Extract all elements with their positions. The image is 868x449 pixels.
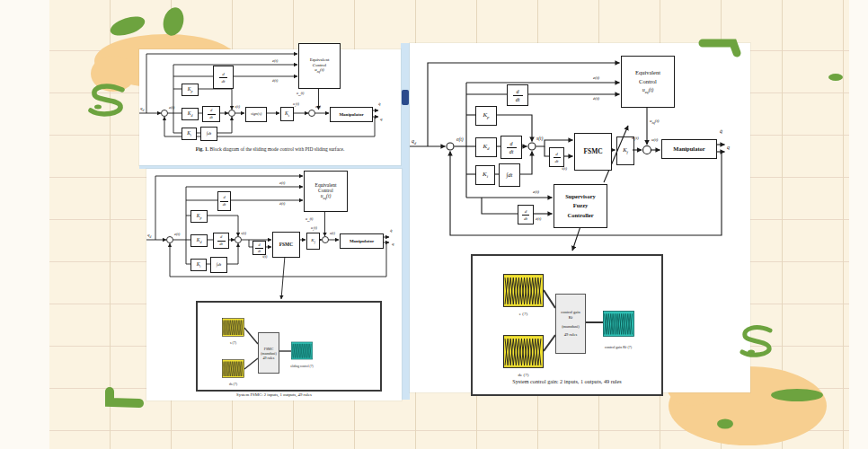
ki-gain-block: Ki [190,259,207,271]
signal-label-q: q [392,242,394,246]
kp-gain-block: Kp [182,84,199,96]
fsmc-block: FSMC [272,232,300,258]
derivative-block: ddt [213,233,229,249]
derivative-block: ddt [252,241,266,255]
fuzzy-rules-block: control gain Kf (mamdani) 49 rules [555,294,586,354]
signal-label-qd: qd [147,233,151,240]
fuzzy-output-label: control gain Kf (7) [584,345,652,349]
signal-label-qdot: q̇ [378,101,381,106]
integrator-block: ∫dt [210,257,227,273]
figure1-caption-tag: Fig. 1. [196,146,209,152]
signal-label-e: e(t) [174,233,180,237]
derivative-block: ddt [500,136,522,159]
green-dot-doodle [828,74,843,81]
green-dot-doodle [94,105,102,110]
signal-label-e: e(t) [169,106,174,110]
signal-label-us: us(t) [293,102,299,109]
signal-label-sdot: ṡ(t) [262,255,267,259]
left-margin-band [0,0,49,449]
signal-label-e: e(t) [456,137,464,143]
fsmc-block: FSMC [574,133,612,171]
manipulator-block: Manipulator [330,107,373,122]
membership-plot-output [603,304,634,343]
fuzzy-input2-label: ds (7) [213,382,253,386]
leaf-icon [160,5,186,38]
kf-gain-block: Kf [306,233,320,250]
right-margin-band [849,0,868,449]
membership-plot-ds [222,357,244,380]
figure1-caption: Fig. 1. Block diagram of the sliding mod… [139,146,401,152]
ki-gain-block: Ki [475,165,495,185]
integrator-block: ∫dt [499,163,520,187]
signal-label-qdot: q̇ [720,128,722,134]
supervisory-fsmc-page: Equivalent Control ueq(t) ddt Kp Kd ddt … [410,43,750,392]
equivalent-control-ueq: ueq(t) [314,67,324,75]
signal-label-s: s(t) [235,105,240,110]
fsmc-fuzzy-system-box: s (7) ds (7) FSMC (mamdani) 49 rules sli… [196,301,382,392]
signal-label-q: q [727,145,730,150]
signal-label-qd: qd [140,106,144,113]
signal-label-ueq: ueq(t) [297,92,304,98]
kp-gain-block: Kp [475,106,497,126]
derivative-block: ddt [202,106,220,122]
signal-label-edot-sfc: ė(t) [536,217,541,222]
control-gain-fuzzy-box: e (7) de (7) control gain Kf (mamdani) 4… [471,254,663,396]
signal-label-qdot: q̇ [390,228,393,233]
signal-label-sdot: ṡ(t) [562,167,567,172]
figure1-page: Equivalent Control ueq(t) ddt Kp Kd ddt … [139,49,401,165]
equivalent-control-block: Equivalent Control ueq(t) [621,56,675,108]
kp-gain-block: Kp [190,210,208,223]
signal-label-s: s(t) [536,136,543,142]
kd-gain-block: Kd [182,108,199,120]
signal-label-s: s(t) [241,232,246,236]
signal-label-e: e(t) [272,59,278,64]
sign-function-block: sign(s) [245,107,267,122]
supervisory-fuzzy-controller-block: Supervisory Fuzzy Controller [554,184,607,228]
fuzzy-input1-label: s (7) [213,340,253,345]
fuzzy-input1-label: e (7) [503,312,544,316]
signal-label-e: e(t) [593,75,599,80]
signal-label-us: us(t) [632,136,639,142]
signal-label-e-sfc: e(t) [533,189,539,194]
membership-plot-de [503,332,544,371]
signal-label-qd: qd [412,138,416,145]
signal-label-u: u(t) [315,105,321,109]
equivalent-control-block: Equivalent Control ueq(t) [298,43,341,89]
manipulator-block: Manipulator [661,139,717,159]
signal-label-u: u(t) [651,137,658,142]
fuzzy-input2-label: de (7) [503,373,544,377]
membership-plot-s [222,316,244,339]
whiteboard-canvas: Equivalent Control ueq(t) ddt Kp Kd ddt … [0,0,868,449]
figure1-caption-text: Block diagram of the sliding mode contro… [210,146,345,152]
signal-label-ueq: ueq(t) [306,217,313,224]
l-bracket-doodle [110,392,139,403]
ki-gain-block: Ki [182,128,197,140]
derivative-block: ddt [217,191,231,211]
derivative-block: ddt [549,147,564,167]
leaf-icon [108,13,147,39]
signal-label-ueq: ueq(t) [650,119,660,126]
equivalent-control-block: Equivalent Control ueq(t) [304,171,348,212]
signal-label-edot: ė(t) [272,79,278,84]
signal-label-u: u(t) [330,232,335,235]
integrator-block: ∫dt [200,127,217,141]
derivative-block: ddt [518,205,534,224]
signal-label-q: q [380,117,383,121]
signal-label-us: us(t) [311,226,317,233]
green-dot-doodle [717,419,733,429]
manipulator-block: Manipulator [340,233,384,249]
derivative-block: ddt [213,66,234,89]
fuzzy-output-label: sliding control (7) [277,365,327,368]
derivative-block: ddt [507,84,528,106]
s-squiggle-doodle [91,86,122,114]
signal-label-edot: ė(t) [593,96,599,101]
fsmc-fuzzy-caption: System FSMC: 2 inputs, 1 outputs, 49 rul… [146,392,402,397]
control-gain-fuzzy-caption: System control gain: 2 inputs, 1 outputs… [473,378,661,384]
signal-label-edot: ė(t) [279,202,285,207]
kd-gain-block: Kd [190,234,208,247]
membership-plot-output [291,339,313,363]
scrollbar-thumb[interactable] [402,90,409,105]
ks-gain-block: Ks [280,107,294,121]
membership-plot-e [503,271,544,310]
green-dash-doodle [771,389,823,401]
